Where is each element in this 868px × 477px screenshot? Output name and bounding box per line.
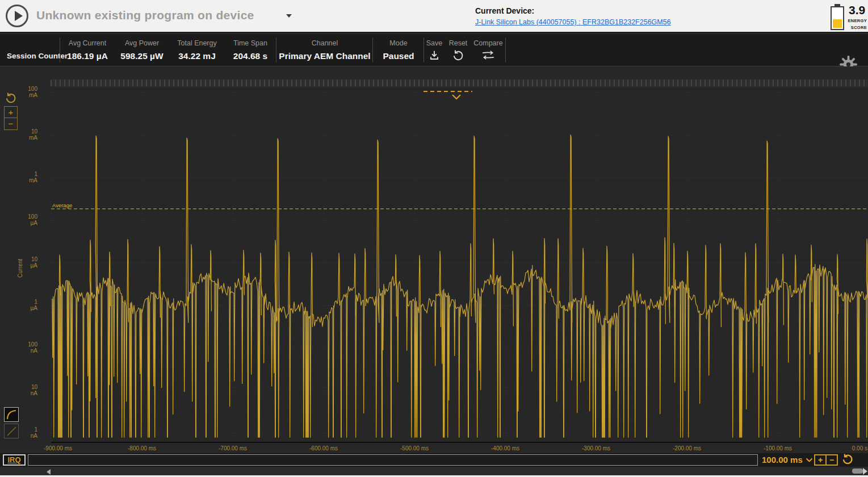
x-axis-tick-label: -300.00 ms xyxy=(582,445,610,451)
divider xyxy=(276,37,276,62)
x-axis-tick-label: -100.00 ms xyxy=(764,445,792,451)
play-icon xyxy=(15,11,23,21)
log-scale-button[interactable] xyxy=(4,407,19,422)
y-axis-title: Current xyxy=(17,244,23,278)
save-button[interactable]: Save xyxy=(423,34,445,66)
stat-label: Time Span xyxy=(225,39,275,47)
battery-fill-level xyxy=(833,19,842,28)
current-waveform xyxy=(52,135,867,438)
stats-toolbar: Session Counter Avg Current 186.19 µA Av… xyxy=(0,34,868,66)
horizontal-scrollbar[interactable] xyxy=(0,467,868,475)
stat-label: Mode xyxy=(374,39,423,47)
divider xyxy=(372,37,373,62)
stat-avg-power: Avg Power 598.25 µW xyxy=(115,34,169,66)
marker-chevron-icon[interactable] xyxy=(452,95,460,99)
x-axis-tick-label: -600.00 ms xyxy=(309,445,338,451)
zoom-in-button[interactable]: + xyxy=(5,107,17,118)
x-axis-tick-label: 0.00 s xyxy=(852,445,867,451)
channel-selector[interactable]: Channel Primary AEM Channel xyxy=(278,34,372,66)
x-axis-tick-label: -900.00 ms xyxy=(44,445,72,451)
window-reset-icon[interactable] xyxy=(841,453,854,466)
scroll-left-arrow-icon[interactable] xyxy=(47,469,51,475)
stat-avg-current: Avg Current 186.19 µA xyxy=(61,34,114,66)
reset-label: Reset xyxy=(446,39,470,47)
reset-icon xyxy=(452,49,464,62)
header-bar: Unknown existing program on device Curre… xyxy=(0,0,868,33)
session-counter-button[interactable]: Session Counter xyxy=(7,52,68,60)
x-axis-tick-label: -700.00 ms xyxy=(219,445,247,451)
energy-score-value: 3.9 xyxy=(849,3,865,17)
linear-line-icon xyxy=(5,424,18,438)
stat-value: 204.68 s xyxy=(225,51,275,61)
scroll-right-arrow-icon[interactable] xyxy=(863,468,867,475)
average-line-label: Average xyxy=(52,202,72,208)
y-axis-tick-label: 1mA xyxy=(0,171,37,183)
irq-button[interactable]: IRQ xyxy=(3,454,26,466)
window-zoom-out-button[interactable]: − xyxy=(827,455,837,465)
compare-label: Compare xyxy=(471,39,505,47)
divider xyxy=(60,37,60,62)
battery-icon xyxy=(831,6,844,30)
irq-row: IRQ 100.00 ms + − xyxy=(0,453,868,467)
x-axis-tick-label: -200.00 ms xyxy=(673,445,701,451)
stat-value: 34.22 mJ xyxy=(170,51,224,61)
x-axis-tick-label: -400.00 ms xyxy=(491,445,519,451)
energy-profiler-window: Unknown existing program on device Curre… xyxy=(0,0,868,477)
x-axis-tick-label: -500.00 ms xyxy=(400,445,429,451)
time-ruler xyxy=(51,79,868,87)
log-curve-icon xyxy=(5,408,18,421)
y-axis-tick-label: 10mA xyxy=(0,128,37,141)
compare-icon xyxy=(481,49,495,61)
reset-button[interactable]: Reset xyxy=(446,34,470,66)
compare-button[interactable]: Compare xyxy=(471,34,505,66)
average-line: Average xyxy=(51,202,868,209)
y-axis-tick-label: 1µA xyxy=(0,299,37,311)
stat-total-energy: Total Energy 34.22 mJ xyxy=(170,34,224,66)
y-axis-tick-label: 10nA xyxy=(0,384,37,396)
divider xyxy=(505,37,506,62)
stat-value: 186.19 µA xyxy=(61,51,114,61)
stat-time-span: Time Span 204.68 s xyxy=(225,34,275,66)
chart-zoom-controls: + − xyxy=(4,106,18,130)
save-icon xyxy=(428,49,441,62)
energy-score-label: ENERGY xyxy=(844,18,867,23)
irq-track xyxy=(28,454,758,466)
chevron-down-icon[interactable] xyxy=(806,458,813,463)
program-selector[interactable]: Unknown existing program on device xyxy=(36,9,254,22)
stat-label: Avg Current xyxy=(61,39,114,47)
energy-score-label: SCORE xyxy=(844,25,867,30)
mode-value: Paused xyxy=(374,51,423,61)
stat-label: Total Energy xyxy=(170,39,224,47)
time-window-zoom: + − xyxy=(814,454,838,466)
save-label: Save xyxy=(423,39,445,47)
channel-value: Primary AEM Channel xyxy=(278,51,372,61)
chart-canvas: -900.00 ms-800.00 ms-700.00 ms-600.00 ms… xyxy=(0,66,868,453)
zoom-reset-icon[interactable] xyxy=(5,92,17,104)
x-axis-tick-label: -800.00 ms xyxy=(128,445,156,451)
chevron-down-icon[interactable] xyxy=(286,14,292,18)
current-device-label: Current Device: xyxy=(475,6,534,15)
scrollbar-thumb[interactable] xyxy=(852,468,863,474)
zoom-out-button[interactable]: − xyxy=(5,118,17,129)
linear-scale-button[interactable] xyxy=(4,424,19,438)
window-zoom-in-button[interactable]: + xyxy=(815,455,827,465)
y-axis-tick-label: 100nA xyxy=(0,341,37,354)
stat-value: 598.25 µW xyxy=(115,51,169,61)
device-link[interactable]: J-Link Silicon Labs (440057055) : EFR32B… xyxy=(475,18,671,26)
y-axis-tick-label: 100µA xyxy=(0,214,37,226)
stat-label: Channel xyxy=(278,39,372,47)
stat-label: Avg Power xyxy=(115,39,169,47)
play-button[interactable] xyxy=(6,5,28,27)
x-axis-tick-labels: -900.00 ms-800.00 ms-700.00 ms-600.00 ms… xyxy=(44,445,867,451)
current-chart[interactable]: -900.00 ms-800.00 ms-700.00 ms-600.00 ms… xyxy=(0,66,868,453)
mode-indicator: Mode Paused xyxy=(374,34,423,66)
time-window-selector[interactable]: 100.00 ms xyxy=(762,455,803,465)
